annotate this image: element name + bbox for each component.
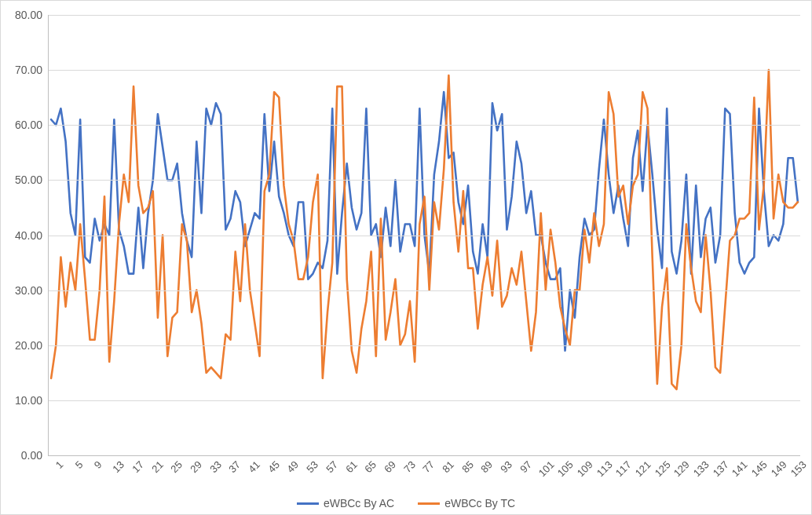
x-tick-label: 5: [69, 455, 85, 471]
x-tick-label: 13: [107, 455, 126, 475]
y-tick-label: 50.00: [15, 173, 49, 186]
y-tick-label: 0.00: [21, 449, 49, 462]
legend-label-ac: eWBCc By AC: [324, 497, 394, 510]
x-tick-label: 1: [50, 455, 66, 471]
x-tick-label: 69: [379, 455, 398, 475]
x-tick-label: 57: [320, 455, 340, 475]
x-tick-label: 21: [146, 455, 166, 475]
y-tick-label: 10.00: [15, 394, 49, 407]
x-tick-label: 49: [281, 455, 301, 475]
x-tick-label: 61: [340, 455, 360, 475]
y-tick-label: 40.00: [15, 229, 49, 242]
gridline: [49, 345, 800, 346]
legend-item-tc: eWBCc By TC: [418, 497, 515, 510]
gridline: [49, 236, 800, 236]
x-tick-label: 45: [262, 455, 282, 475]
y-tick-label: 70.00: [15, 64, 49, 76]
x-tick-label: 37: [223, 455, 243, 475]
x-tick-label: 73: [398, 455, 418, 475]
x-tick-label: 81: [437, 455, 456, 475]
x-tick-label: 153: [785, 455, 808, 479]
legend-swatch-ac: [297, 502, 319, 505]
x-tick-label: 17: [126, 455, 146, 475]
x-tick-label: 97: [514, 455, 534, 475]
y-tick-label: 60.00: [15, 119, 49, 131]
x-tick-label: 85: [456, 455, 476, 475]
legend-label-tc: eWBCc By TC: [444, 497, 515, 510]
x-tick-label: 53: [301, 455, 320, 475]
gridline: [49, 15, 800, 16]
x-tick-label: 25: [165, 455, 185, 475]
x-tick-label: 93: [495, 455, 514, 475]
series-line-ac: [51, 92, 798, 351]
plot-area: 0.0010.0020.0030.0040.0050.0060.0070.008…: [48, 15, 800, 456]
x-tick-label: 29: [185, 455, 204, 475]
gridline: [49, 125, 800, 126]
gridline: [49, 70, 800, 71]
x-tick-label: 89: [475, 455, 495, 475]
y-tick-label: 20.00: [15, 339, 49, 352]
chart-container: 0.0010.0020.0030.0040.0050.0060.0070.008…: [0, 0, 812, 515]
legend: eWBCc By AC eWBCc By TC: [1, 497, 811, 510]
legend-item-ac: eWBCc By AC: [297, 497, 394, 510]
x-tick-label: 77: [417, 455, 437, 475]
x-tick-label: 65: [359, 455, 379, 475]
gridline: [49, 290, 800, 291]
gridline: [49, 180, 800, 181]
x-tick-label: 33: [204, 455, 224, 475]
x-tick-label: 9: [89, 455, 104, 471]
x-tick-label: 41: [243, 455, 262, 475]
legend-swatch-tc: [418, 502, 440, 505]
y-tick-label: 80.00: [15, 9, 49, 21]
y-tick-label: 30.00: [15, 284, 49, 297]
gridline: [49, 400, 800, 401]
